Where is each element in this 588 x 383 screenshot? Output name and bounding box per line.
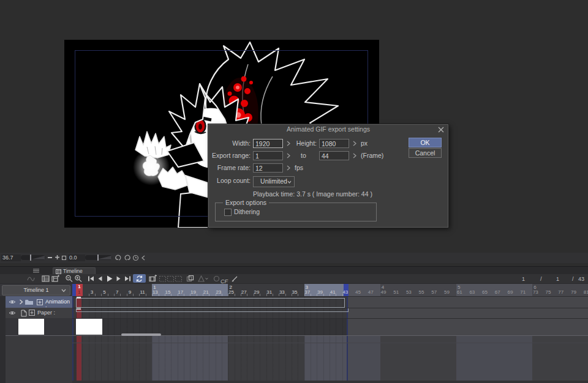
panel-tab-bar: Timeline — [0, 267, 588, 274]
timeline-new-icon[interactable] — [51, 275, 60, 283]
export-range-from-input[interactable] — [253, 151, 283, 160]
zoom-in-icon[interactable] — [74, 275, 83, 283]
skip-end-icon[interactable] — [124, 275, 132, 283]
next-frame-icon[interactable] — [115, 275, 123, 283]
height-spinner-icon[interactable] — [352, 139, 357, 148]
visibility-eye-icon[interactable] — [9, 310, 16, 316]
cf-icon[interactable]: CF — [221, 275, 229, 283]
history-back-icon[interactable] — [141, 255, 146, 261]
zoom-in-button[interactable] — [55, 255, 60, 260]
dropdown-caret-icon — [287, 180, 292, 184]
ruler-frame-number: 5 — [103, 289, 105, 295]
ruler-frame-number: 35 — [292, 289, 298, 295]
expand-arrow-icon[interactable] — [19, 299, 23, 305]
ruler-frame-number: 49 — [381, 289, 386, 295]
ruler-frame-number: 45 — [355, 289, 361, 295]
frame-rate-label: Frame rate: — [210, 163, 251, 173]
ruler-frame-number: 51 — [393, 289, 399, 295]
ruler-frame-number: 41 — [330, 289, 336, 295]
ruler-frame-number: 21 — [203, 289, 209, 295]
rotate-slider[interactable] — [85, 255, 112, 260]
ruler-frame-number: 33 — [279, 289, 285, 295]
timeline-list-icon[interactable] — [42, 275, 50, 283]
layer-thumbnail[interactable] — [18, 319, 44, 335]
visibility-eye-icon[interactable] — [9, 299, 16, 305]
ruler-frame-number: 69 — [508, 289, 513, 295]
range-to-spinner-icon[interactable] — [352, 151, 357, 160]
layer-row-paper[interactable]: Paper : — [6, 308, 72, 318]
redo-icon[interactable] — [124, 255, 130, 261]
timeline-toolbar: CF 1 / 1 / 43 — [0, 274, 588, 284]
ruler-second-number: 4 — [382, 284, 384, 290]
light-table-icon — [197, 275, 206, 283]
ruler-second-number: 6 — [533, 284, 536, 290]
onion-skin-icon[interactable] — [186, 275, 195, 283]
play-icon[interactable] — [105, 275, 114, 283]
export-options-group: Export options Dithering — [215, 203, 377, 221]
export-range-to-input[interactable] — [319, 151, 349, 160]
rotate-slider-handle[interactable] — [97, 255, 99, 261]
ok-button[interactable]: OK — [409, 138, 442, 147]
ruler-second-number: 1 — [153, 284, 156, 290]
range-from-spinner-icon[interactable] — [286, 151, 291, 160]
timeline-select-value: Timeline 1 — [23, 287, 48, 293]
loop-count-dropdown[interactable]: Unlimited — [253, 176, 295, 187]
ruler-frame-number: 29 — [254, 289, 260, 295]
cancel-button[interactable]: Cancel — [409, 148, 442, 158]
paper-clip[interactable] — [76, 308, 349, 312]
start-marker-line — [72, 296, 74, 381]
timeline-select-dropdown[interactable]: Timeline 1 — [2, 285, 70, 296]
ruler-frame-number: 65 — [482, 289, 488, 295]
cel-thumbnail-track-item[interactable] — [76, 319, 102, 335]
ruler-second-number: 5 — [458, 284, 460, 290]
dithering-label: Dithering — [234, 208, 260, 215]
playback-info-text: Playback time: 3.7 s ( Image number: 44 … — [253, 190, 372, 198]
export-range-label: Export range: — [210, 151, 251, 160]
undo-icon[interactable] — [115, 255, 122, 261]
ruler-frame-number: 71 — [520, 289, 526, 295]
timeline-selector-row: Timeline 1 — [0, 284, 72, 296]
ruler-frame-number: 67 — [495, 289, 500, 295]
reset-zoom-button[interactable] — [62, 256, 66, 260]
animation-clip[interactable] — [76, 298, 345, 308]
zoom-out-icon[interactable] — [65, 275, 74, 283]
new-cel-plus-icon[interactable] — [29, 310, 35, 316]
mini-scrollbar-thumb[interactable] — [121, 333, 161, 336]
close-icon[interactable] — [438, 127, 444, 133]
height-input[interactable] — [319, 139, 349, 148]
ruler-frame-number: 27 — [241, 289, 247, 295]
application-window: Animated GIF export settings Width: Heig… — [0, 0, 588, 383]
layer-row-animation[interactable]: Animation : — [6, 296, 72, 308]
zoom-slider[interactable] — [21, 255, 45, 260]
loop-icon[interactable] — [135, 275, 144, 283]
layer-panel-empty — [6, 336, 72, 383]
paper-layer-icon — [21, 310, 27, 317]
dithering-checkbox[interactable] — [224, 209, 232, 216]
ruler-frame-number: 55 — [419, 289, 424, 295]
panel-menu-icon[interactable] — [33, 269, 39, 273]
ruler-frame-number: 73 — [533, 289, 538, 295]
ruler-frame-number: 9 — [129, 289, 131, 295]
zoom-out-button[interactable] — [48, 257, 52, 258]
readout-separator: / — [540, 276, 542, 282]
zoom-slider-handle[interactable] — [30, 255, 31, 261]
loop-count-label: Loop count: — [210, 176, 251, 185]
ruler-frame-number: 39 — [317, 289, 323, 295]
pencil-icon[interactable] — [231, 275, 239, 283]
ruler-frame-number: 75 — [546, 289, 551, 295]
new-cel-icon[interactable] — [149, 275, 157, 283]
readout-separator: / — [572, 276, 574, 282]
ruler-frame-number: 1 — [78, 289, 80, 295]
prev-frame-icon[interactable] — [96, 275, 105, 283]
frame-rate-spinner-icon[interactable] — [286, 163, 291, 173]
frame-rate-input[interactable] — [253, 163, 283, 173]
fps-unit-label: fps — [295, 163, 303, 173]
ruler-frame-number: 57 — [431, 289, 437, 295]
zoom-value: 36.7 — [1, 255, 21, 261]
new-cel-plus-icon[interactable] — [37, 299, 43, 305]
timeline-tab-icon — [56, 269, 61, 274]
ruler-frame-number: 17 — [178, 289, 183, 295]
ruler-frame-number: 47 — [368, 289, 374, 295]
skip-start-icon[interactable] — [87, 275, 96, 283]
clock-icon[interactable] — [132, 255, 139, 261]
